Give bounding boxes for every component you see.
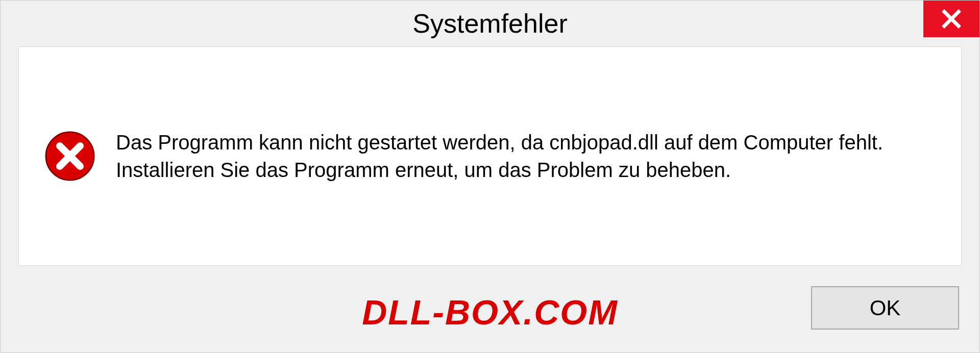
close-icon: [941, 9, 962, 29]
content-panel: Das Programm kann nicht gestartet werden…: [18, 46, 962, 266]
ok-button-label: OK: [870, 296, 901, 320]
watermark-text: DLL-BOX.COM: [362, 292, 618, 332]
ok-button[interactable]: OK: [811, 286, 959, 330]
error-message: Das Programm kann nicht gestartet werden…: [116, 129, 936, 184]
titlebar: Systemfehler: [1, 1, 979, 46]
dialog-title: Systemfehler: [412, 8, 567, 39]
error-dialog: Systemfehler Das Programm kann nicht ges…: [0, 0, 980, 353]
footer: DLL-BOX.COM OK: [1, 266, 979, 347]
close-button[interactable]: [923, 1, 979, 37]
error-icon: [44, 131, 95, 182]
